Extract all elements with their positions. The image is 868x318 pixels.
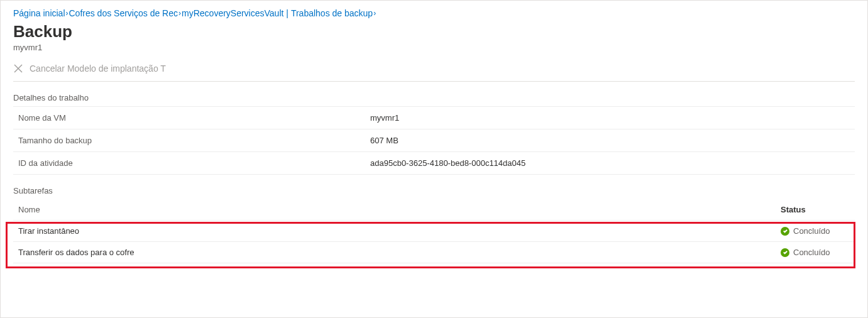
details-value: ada95cb0-3625-4180-bed8-000c114da045: [365, 152, 855, 175]
details-label: Tamanho do backup: [13, 129, 365, 152]
chevron-right-icon: ›: [179, 9, 181, 18]
subtask-status: Concluído: [781, 226, 850, 236]
details-section-label: Detalhes do trabalho: [13, 93, 855, 102]
breadcrumb-item-vault[interactable]: myRecoveryServicesVault |: [182, 8, 288, 18]
subtask-status-text: Concluído: [793, 226, 830, 236]
subtasks-table: Nome Status Tirar instantâneo Concluído …: [13, 199, 855, 263]
details-label: Nome da VM: [13, 107, 365, 129]
subtasks-header: Nome Status: [13, 199, 855, 221]
breadcrumb: Página inicial › Cofres dos Serviços de …: [13, 8, 855, 18]
toolbar: Cancelar Modelo de implantação T: [13, 58, 855, 82]
column-header-name: Nome: [18, 205, 781, 214]
details-table: Nome da VM myvmr1 Tamanho do backup 607 …: [13, 106, 855, 175]
close-icon: [13, 63, 23, 74]
subtask-status: Concluído: [781, 248, 850, 257]
subtask-status-text: Concluído: [793, 248, 830, 257]
success-icon: [781, 248, 789, 257]
details-row: Tamanho do backup 607 MB: [13, 129, 855, 152]
cancel-button: Cancelar Modelo de implantação T: [30, 63, 166, 74]
details-row: Nome da VM myvmr1: [13, 107, 855, 129]
subtask-name: Tirar instantâneo: [18, 226, 781, 236]
subtasks-section-label: Subtarefas: [13, 186, 855, 195]
chevron-right-icon: ›: [66, 9, 69, 18]
chevron-right-icon: ›: [373, 9, 376, 18]
page-title: Backup: [13, 22, 855, 41]
success-icon: [781, 227, 789, 236]
details-label: ID da atividade: [13, 152, 365, 175]
table-row: Transferir os dados para o cofre Concluí…: [13, 242, 855, 263]
column-header-status: Status: [781, 205, 850, 214]
subtask-name: Transferir os dados para o cofre: [18, 248, 781, 257]
breadcrumb-item-jobs[interactable]: Trabalhos de backup: [291, 8, 373, 18]
details-value: 607 MB: [365, 129, 855, 152]
breadcrumb-item-home[interactable]: Página inicial: [13, 8, 65, 18]
breadcrumb-item-vaults[interactable]: Cofres dos Serviços de Rec: [69, 8, 179, 18]
details-value: myvmr1: [365, 107, 855, 129]
details-row: ID da atividade ada95cb0-3625-4180-bed8-…: [13, 152, 855, 175]
page-subtitle: myvmr1: [13, 43, 855, 52]
table-row: Tirar instantâneo Concluído: [13, 221, 855, 242]
